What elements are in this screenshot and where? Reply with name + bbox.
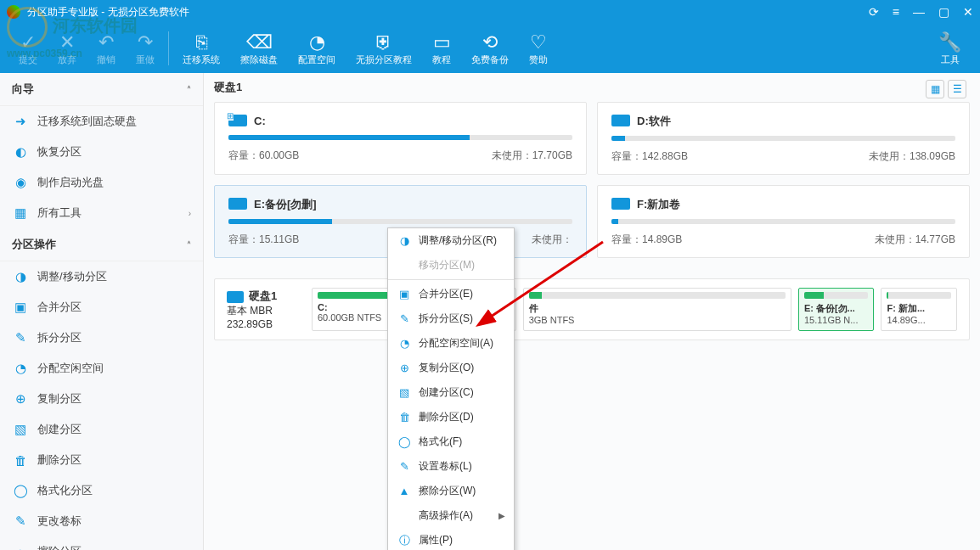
disk-icon xyxy=(227,291,244,303)
refresh-icon[interactable]: ⟳ xyxy=(869,5,879,19)
sidebar-item-label: 制作启动光盘 xyxy=(37,175,104,190)
context-menu-item[interactable]: ✎设置卷标(L) xyxy=(388,454,514,479)
sidebar-item[interactable]: ◔分配空闲空间 xyxy=(0,353,203,384)
menu-item-icon: ◑ xyxy=(397,234,412,248)
mini-name: F: 新加... xyxy=(887,302,951,315)
chevron-right-icon: ▶ xyxy=(498,511,505,520)
redo-button[interactable]: ↷重做 xyxy=(126,28,165,70)
sidebar-item[interactable]: ➜迁移系统到固态硬盘 xyxy=(0,106,203,137)
window-controls: ⟳ ≡ — ▢ ✕ xyxy=(869,5,973,19)
partition-name: E:备份[勿删] xyxy=(254,197,317,212)
item-icon: ◯ xyxy=(12,482,29,499)
ops-header[interactable]: 分区操作˄ xyxy=(0,228,203,261)
mini-partition[interactable]: F: 新加...14.89G... xyxy=(881,288,957,331)
menu-icon[interactable]: ≡ xyxy=(893,5,899,19)
wrench-icon: 🔧 xyxy=(938,31,961,53)
config-button[interactable]: ◔配置空间 xyxy=(288,28,346,70)
sidebar-item[interactable]: 🗑删除分区 xyxy=(0,445,203,475)
context-menu-item[interactable]: ◔分配空闲空间(A) xyxy=(388,331,514,356)
partition-card[interactable]: C: 容量：60.00GB未使用：17.70GB xyxy=(214,102,587,175)
sidebar-item[interactable]: ▦所有工具› xyxy=(0,198,203,228)
item-icon: ▣ xyxy=(12,299,29,316)
wipe-button[interactable]: ⌫擦除磁盘 xyxy=(230,28,288,70)
sidebar-item[interactable]: ▲擦除分区 xyxy=(0,536,203,550)
wipe-icon: ⌫ xyxy=(246,31,273,53)
menu-item-label: 移动分区(M) xyxy=(419,258,475,272)
book-icon: ▭ xyxy=(433,31,451,53)
context-menu-item[interactable]: ▲擦除分区(W) xyxy=(388,479,514,503)
menu-item-label: 属性(P) xyxy=(419,533,453,547)
disk-label: 硬盘1 xyxy=(214,80,970,95)
context-menu-item[interactable]: ◑调整/移动分区(R) xyxy=(388,228,514,253)
grid-view-icon[interactable]: ▦ xyxy=(926,80,944,98)
sidebar-item-label: 迁移系统到固态硬盘 xyxy=(37,114,137,129)
donate-button[interactable]: ♡赞助 xyxy=(519,28,558,70)
item-icon: ✎ xyxy=(12,329,29,346)
submit-button[interactable]: ✓提交 xyxy=(8,28,48,70)
sidebar: 向导˄ ➜迁移系统到固态硬盘◐恢复分区◉制作启动光盘▦所有工具› 分区操作˄ ◑… xyxy=(0,73,204,550)
item-icon: ➜ xyxy=(12,113,29,130)
menu-item-label: 合并分区(E) xyxy=(419,287,473,301)
context-menu-item[interactable]: ✎拆分分区(S) xyxy=(388,306,514,331)
tutorial-button[interactable]: ⛨无损分区教程 xyxy=(346,28,422,70)
discard-button[interactable]: ✕放弃 xyxy=(48,28,87,70)
menu-item-icon: ◯ xyxy=(397,435,412,449)
backup-icon: ⟲ xyxy=(482,31,498,53)
menu-item-icon: ▲ xyxy=(397,485,412,498)
sidebar-item-label: 复制分区 xyxy=(37,391,82,407)
context-menu-item[interactable]: ⓘ属性(P) xyxy=(388,528,514,550)
context-menu-item[interactable]: ◯格式化(F) xyxy=(388,429,514,454)
mini-partition[interactable]: E: 备份[勿...15.11GB N... xyxy=(798,288,875,331)
item-icon: ▦ xyxy=(12,205,29,222)
sidebar-item[interactable]: ✎更改卷标 xyxy=(0,506,203,536)
sidebar-item[interactable]: ◉制作启动光盘 xyxy=(0,167,203,198)
context-menu-item[interactable]: ⊕复制分区(O) xyxy=(388,356,514,380)
tools-button[interactable]: 🔧工具 xyxy=(928,28,972,70)
menu-item-icon: ▧ xyxy=(397,386,412,400)
sidebar-item[interactable]: ⊕复制分区 xyxy=(0,384,203,414)
wizard-header[interactable]: 向导˄ xyxy=(0,73,203,106)
sidebar-item[interactable]: ✎拆分分区 xyxy=(0,323,203,353)
usage-bar xyxy=(611,136,955,141)
minimize-icon[interactable]: — xyxy=(913,5,925,19)
chevron-up-icon: ˄ xyxy=(187,85,191,94)
maximize-icon[interactable]: ▢ xyxy=(938,5,949,19)
sidebar-item-label: 分配空闲空间 xyxy=(37,361,104,376)
context-menu-item[interactable]: ▧创建分区(C) xyxy=(388,380,514,405)
help-button[interactable]: ▭教程 xyxy=(422,28,461,70)
disk-info: 硬盘1 基本 MBR 232.89GB xyxy=(227,289,303,330)
sidebar-item-label: 擦除分区 xyxy=(37,544,82,550)
close-icon[interactable]: ✕ xyxy=(963,5,973,19)
sidebar-item[interactable]: ◑调整/移动分区 xyxy=(0,261,203,292)
shield-icon: ⛨ xyxy=(375,31,393,53)
capacity-label: 容量：142.88GB xyxy=(611,149,688,164)
sidebar-item-label: 合并分区 xyxy=(37,300,82,315)
context-menu-item[interactable]: ▣合并分区(E) xyxy=(388,282,514,306)
mini-sub: 14.89G... xyxy=(887,315,951,325)
backup-button[interactable]: ⟲免费备份 xyxy=(461,28,519,70)
migrate-icon: ⎘ xyxy=(196,31,207,53)
capacity-label: 容量：15.11GB xyxy=(228,233,299,247)
list-view-icon[interactable]: ☰ xyxy=(948,80,966,98)
sidebar-item[interactable]: ◐恢复分区 xyxy=(0,137,203,167)
drive-icon xyxy=(228,198,247,210)
sidebar-item[interactable]: ▣合并分区 xyxy=(0,292,203,323)
mini-name: E: 备份[勿... xyxy=(804,302,869,315)
context-menu-item[interactable]: 高级操作(A)▶ xyxy=(388,503,514,528)
mini-partition[interactable]: 件3GB NTFS xyxy=(523,288,791,331)
free-label: 未使用：17.70GB xyxy=(492,149,572,163)
free-label: 未使用： xyxy=(532,233,572,247)
menu-item-label: 高级操作(A) xyxy=(419,508,473,523)
context-menu-item[interactable]: 🗑删除分区(D) xyxy=(388,405,514,429)
partition-card[interactable]: F:新加卷 容量：14.89GB未使用：14.77GB xyxy=(597,185,970,258)
partition-card[interactable]: D:软件 容量：142.88GB未使用：138.09GB xyxy=(597,102,970,175)
sidebar-item[interactable]: ▧创建分区 xyxy=(0,414,203,445)
item-icon: ◔ xyxy=(12,360,29,377)
undo-button[interactable]: ↶撤销 xyxy=(87,28,126,70)
sidebar-item[interactable]: ◯格式化分区 xyxy=(0,475,203,506)
menu-item-icon: ⊕ xyxy=(397,362,412,375)
usage-bar xyxy=(611,219,955,224)
sidebar-item-label: 调整/移动分区 xyxy=(37,269,107,284)
migrate-button[interactable]: ⎘迁移系统 xyxy=(172,28,230,70)
heart-icon: ♡ xyxy=(530,31,547,53)
